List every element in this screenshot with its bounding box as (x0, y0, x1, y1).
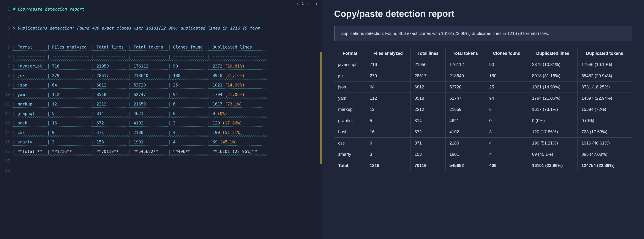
column-header: Clones found (485, 48, 528, 59)
table-cell: jsx (334, 70, 366, 81)
table-cell: 1617 (73.1%) (528, 104, 578, 115)
prev-problem-button[interactable]: ↑ (307, 1, 311, 6)
warning-count: 1 (302, 1, 304, 5)
table-cell: smarty (334, 149, 366, 160)
table-row: smarty31531901469 (45.1%)895 (47.08%) (334, 149, 632, 160)
table-cell: 279 (366, 70, 411, 81)
table-cell: 3 (485, 126, 528, 138)
table-row: css937121804190 (51.21%)1016 (46.61%) (334, 138, 632, 149)
table-cell: 17946 (10.19%) (578, 59, 632, 70)
column-header: Format (334, 48, 366, 59)
column-header: Total tokens (446, 48, 485, 59)
table-cell: 120 (17.86%) (528, 126, 578, 138)
table-cell: 0 (485, 115, 528, 126)
table-cell: 0 (0%) (578, 115, 632, 126)
table-cell: 16 (366, 126, 411, 138)
table-cell: 4621 (446, 115, 485, 126)
warning-icon: ⚠ (296, 1, 299, 6)
table-cell: 25 (485, 81, 528, 93)
table-row: bash1667241023120 (17.86%)723 (17.63%) (334, 126, 632, 138)
table-cell: 4 (485, 149, 528, 160)
table-cell: 5 (366, 115, 411, 126)
table-cell: 895 (47.08%) (578, 149, 632, 160)
table-row: jsx279286172186401808918 (31.16%)65452 (… (334, 70, 632, 81)
table-cell: 672 (410, 126, 446, 138)
table-cell: 190 (51.21%) (528, 138, 578, 149)
table-cell: 124754 (22.86%) (578, 160, 632, 171)
table-cell: bash (334, 126, 366, 138)
table-cell: 12 (366, 104, 411, 115)
line-number: 1 (0, 4, 10, 14)
line-number: 15 (0, 137, 10, 147)
line-number: 13 (0, 118, 10, 128)
table-cell: 4102 (446, 126, 485, 138)
table-cell: 371 (410, 138, 446, 149)
column-header: Duplicated tokens (578, 48, 632, 59)
line-number: 14 (0, 128, 10, 137)
line-number: 17 (0, 156, 10, 166)
line-number: 2 (0, 14, 10, 23)
table-cell: 4 (485, 138, 528, 149)
table-cell: graphql (334, 115, 366, 126)
line-number: 7 (0, 61, 10, 71)
table-cell: 545682 (446, 160, 485, 171)
table-row: yaml112851862747941794 (21.06%)14397 (22… (334, 93, 632, 104)
table-cell: 1016 (46.61%) (578, 138, 632, 149)
table-cell: 180 (485, 70, 528, 81)
table-cell: yaml (334, 93, 366, 104)
table-cell: 1794 (21.06%) (528, 93, 578, 104)
line-number: 12 (0, 109, 10, 118)
table-cell: 28617 (410, 70, 446, 81)
table-row: markup1222122165961617 (73.1%)15594 (72%… (334, 104, 632, 115)
table-cell: javascript (334, 59, 366, 70)
table-cell: 8731 (16.25%) (578, 81, 632, 93)
table-cell: markup (334, 104, 366, 115)
table-cell: 1216 (366, 160, 411, 171)
line-number: 10 (0, 90, 10, 99)
page-title: Copy/paste detection report (334, 9, 632, 19)
table-cell: 16101 (22.96%) (528, 160, 578, 171)
table-cell: 90 (485, 59, 528, 70)
table-cell: 53720 (446, 81, 485, 93)
table-cell: 723 (17.63%) (578, 126, 632, 138)
column-header: Files analyzed (366, 48, 411, 59)
table-cell: 9 (366, 138, 411, 149)
code-area[interactable]: # Copy/paste detection report > Duplicat… (12, 0, 322, 166)
table-cell: 406 (485, 160, 528, 171)
table-row: json64681253720251021 (14.99%)8731 (16.2… (334, 81, 632, 93)
line-number: 11 (0, 99, 10, 109)
line-number: 9 (0, 80, 10, 90)
column-header: Total lines (410, 48, 446, 59)
table-cell: css (334, 138, 366, 149)
line-number: 3 (0, 23, 10, 33)
table-row: javascript71621950176112902372 (10.81%)1… (334, 59, 632, 70)
table-cell: 8518 (410, 93, 446, 104)
line-number: 16 (0, 147, 10, 156)
line-number: 5 (0, 42, 10, 52)
table-cell: 153 (410, 149, 446, 160)
table-cell: 15594 (72%) (578, 104, 632, 115)
column-header: Duplicated lines (528, 48, 578, 59)
duplication-table: FormatFiles analyzedTotal linesTotal tok… (334, 48, 632, 171)
table-total-row: Total:12167011954568240616101 (22.96%)12… (334, 160, 632, 171)
next-problem-button[interactable]: ↓ (314, 1, 318, 6)
table-header-row: FormatFiles analyzedTotal linesTotal tok… (334, 48, 632, 59)
line-number: 18 (0, 166, 10, 175)
summary-banner: Duplications detection: Found 406 exact … (334, 26, 632, 41)
table-cell: 14397 (22.94%) (578, 93, 632, 104)
table-cell: 70119 (410, 160, 446, 171)
editor-toolbar: ⚠ 1 ↑ ↓ (296, 1, 318, 6)
table-cell: json (334, 81, 366, 93)
table-cell: 2212 (410, 104, 446, 115)
table-cell: 218640 (446, 70, 485, 81)
table-cell: 112 (366, 93, 411, 104)
preview-pane: Copy/paste detection report Duplications… (322, 0, 644, 239)
table-cell: 69 (45.1%) (528, 149, 578, 160)
table-cell: 1021 (14.99%) (528, 81, 578, 93)
table-cell: Total: (334, 160, 366, 171)
table-cell: 21659 (446, 104, 485, 115)
table-cell: 2372 (10.81%) (528, 59, 578, 70)
table-cell: 65452 (29.94%) (578, 70, 632, 81)
table-cell: 2180 (446, 138, 485, 149)
table-cell: 0 (0%) (528, 115, 578, 126)
